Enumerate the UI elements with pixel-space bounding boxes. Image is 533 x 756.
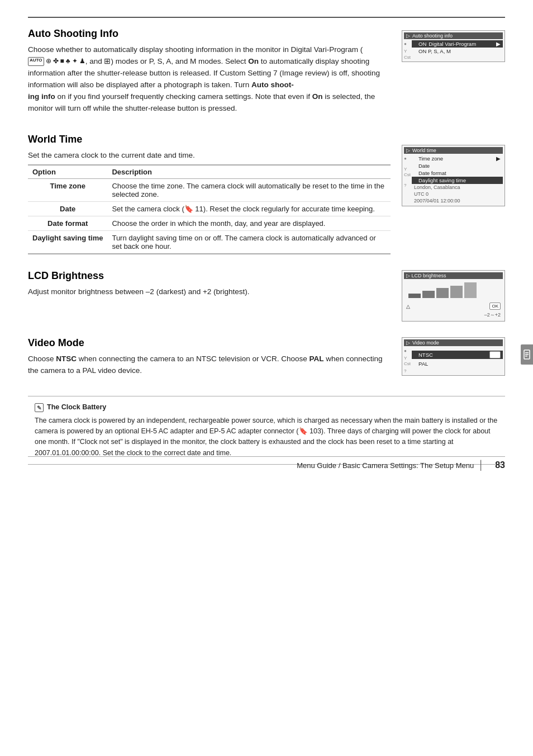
note-box: ✎ The Clock Battery The camera clock is … [28,396,505,465]
on-bold: On [248,57,259,65]
datetime-row: 2007/04/01 12:00:00 [412,197,503,204]
svg-rect-1 [525,352,529,353]
desc-date: Set the camera clock (🔖 11). Reset the c… [107,202,391,216]
svg-rect-3 [525,356,527,357]
ntsc-bold: NTSC [56,355,77,363]
world-time-screen-box: ▷ World time ● Y Cst ? Time zone [402,145,505,206]
video-mode-screen-title-text: Video mode [412,340,439,346]
auto-shooting-screen-title: ▷ Auto shooting info [404,32,503,39]
table-header: Option Description [28,165,391,179]
top-rule [28,17,505,18]
auto-shooting-screen-box: ▷ Auto shooting info ● Y Cst ON Digita [402,30,505,62]
indicator-col: ● Y Cst [404,40,412,60]
lcd-brightness-body: Adjust monitor brightness between –2 (da… [28,286,391,298]
col-description-header: Description [107,165,391,179]
side-tab-icon [523,349,531,360]
row-arrow-icon: ▶ [496,41,501,47]
world-time-title: World Time [28,134,391,145]
scene-icon2: ♣ [66,56,70,67]
note-title-text: The Clock Battery [47,402,106,413]
lcd-bar-3 [436,288,449,298]
table-row: Date format Choose the order in which th… [28,216,391,231]
video-mode-screen-title: ▷ Video mode [404,339,503,346]
auto-shooting-info-title: Auto Shooting Info [28,28,391,40]
lcd-brightness-section: LCD Brightness Adjust monitor brightness… [28,270,505,322]
footer-text: Menu Guide / Basic Camera Settings: The … [297,461,474,470]
scene-icon1: ■ [60,56,64,67]
on-bold2: On [312,92,323,101]
world-time-section: World Time Set the camera clock to the c… [28,134,505,255]
lcd-right: ▷ LCD brightness △ OK –2～+2 [402,270,505,322]
lcd-wrapper: LCD Brightness Adjust monitor brightness… [28,270,505,322]
desc-timezone: Choose the time zone. The camera clock w… [107,179,391,202]
world-time-wrapper: World Time Set the camera clock to the c… [28,134,505,255]
desc-dateformat: Choose the order in which the month, day… [107,216,391,231]
scene-icon4: ♟ [79,56,85,67]
screen-title-text: Auto shooting info [412,33,453,39]
lcd-brightness-title: LCD Brightness [28,270,391,282]
lcd-bar-2 [422,291,435,298]
timezone-row: Time zone ▶ [412,155,503,162]
col-option-header: Option [28,165,107,179]
mode-icons: AUTO⊕✤■♣✦♟ [28,56,85,67]
vm-indicator-col: ● Y Cst ? [404,347,412,374]
landscape-icon: ✤ [53,56,59,67]
lcd-brightness-bars [408,282,498,298]
lcd-controls: △ OK [404,301,503,311]
auto-shoot-bold: Auto shoot-ing info [28,81,294,101]
world-time-left: World Time Set the camera clock to the c… [28,134,391,255]
wt-indicator-col: ● Y Cst ? [404,155,412,204]
lcd-bar-4 [450,286,463,299]
auto-shooting-screenshot: ▷ Auto shooting info ● Y Cst ON Digita [402,28,505,118]
table-header-row: Option Description [28,165,391,179]
desc-daylight: Turn daylight saving time on or off. The… [107,231,391,254]
lcd-range-label: –2～+2 [404,311,503,319]
daylight-row: Daylight saving time [412,177,503,184]
lcd-screen-title: ▷ LCD brightness [404,272,503,279]
lcd-bar-1 [408,294,421,298]
ref-icon-note: 🔖 [299,427,308,435]
on-psam-row: ON P, S, A, M [412,48,503,55]
monitor-icon: ▷ [406,33,410,39]
video-left: Video Mode Choose NTSC when connecting t… [28,337,391,380]
table-row: Date Set the camera clock (🔖 11). Reset … [28,202,391,216]
table-row: Time zone Choose the time zone. The came… [28,179,391,202]
lcd-bar-5 [464,282,477,298]
option-daylight: Daylight saving time [28,231,107,254]
dateformat-row: Date format [412,169,503,177]
svg-rect-2 [525,354,529,355]
option-date: Date [28,202,107,216]
world-time-intro: Set the camera clock to the current date… [28,150,391,162]
lcd-screen-box: ▷ LCD brightness △ OK –2～+2 [402,270,505,322]
scene-icon3: ✦ [72,56,78,67]
slider-indicator: △ [406,304,410,309]
vm-menu-rows: NTSC OK PAL [412,347,503,374]
auto-shooting-info-body: Choose whether to automatically display … [28,44,391,115]
world-time-screen-title-text: World time [412,148,436,153]
side-tab [521,344,533,365]
lcd-screen-title-text: LCD brightness [412,273,446,278]
utc-row: UTC 0 [412,191,503,197]
table-body: Time zone Choose the time zone. The came… [28,179,391,254]
note-title: ✎ The Clock Battery [35,402,498,413]
digital-vari-program-row: ON Digital Vari-Program ▶ [412,40,503,48]
video-mode-body: Choose NTSC when connecting the camera t… [28,353,391,377]
option-dateformat: Date format [28,216,107,231]
ntsc-row: NTSC OK [412,351,503,359]
ok-button-ntsc[interactable]: OK [489,351,501,358]
video-mode-screen-box: ▷ Video mode ● Y Cst ? NT [402,337,505,376]
table-row: Daylight saving time Turn daylight savin… [28,231,391,254]
option-timezone: Time zone [28,179,107,202]
video-right: ▷ Video mode ● Y Cst ? NT [402,337,505,380]
pal-bold: PAL [310,355,324,363]
ok-button-lcd[interactable]: OK [489,303,501,310]
page-footer: Menu Guide / Basic Camera Settings: The … [28,456,505,470]
page-number: 83 [495,460,505,470]
video-mode-section: Video Mode Choose NTSC when connecting t… [28,337,505,380]
menu-rows: ON Digital Vari-Program ▶ ON P, S, A, M [412,40,503,60]
video-wrapper: Video Mode Choose NTSC when connecting t… [28,337,505,380]
video-mode-title: Video Mode [28,337,391,349]
ref-icon: 🔖 [184,205,193,213]
footer-divider: │ [478,460,484,470]
world-time-table: Option Description Time zone Choose the … [28,164,391,254]
